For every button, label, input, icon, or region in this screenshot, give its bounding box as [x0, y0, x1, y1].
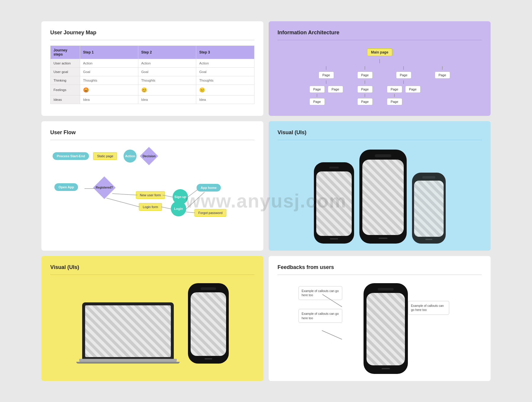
flow-legend-rect: Static page [93, 152, 117, 160]
table-row: Feelings 😡 😊 😐 [51, 85, 254, 95]
laptop-mockup [76, 302, 180, 364]
ia-node: Page [357, 86, 373, 93]
ia-node: Page [357, 72, 373, 79]
info-arch-title: Information Architecture [278, 30, 482, 36]
phone-mockup-1 [314, 162, 354, 244]
col-header-step2: Step 2 [138, 46, 196, 59]
table-row: Thinking Thoughts Thoughts Thoughts [51, 76, 254, 85]
flow-diagram: Process Start-End Static page Action Dec… [50, 145, 254, 222]
svg-line-3 [188, 190, 197, 197]
ia-node: Page [405, 86, 421, 93]
ia-node: Page [357, 98, 373, 105]
callout-3: Example of callouts can go here too [408, 301, 449, 315]
journey-map-panel: User Journey Map Journey steps Step 1 St… [41, 21, 263, 116]
col-header-journey: Journey steps [51, 46, 80, 59]
table-row: User action Action Action Action [51, 59, 254, 67]
flow-legend-oval: Process Start-End [53, 152, 89, 160]
ia-node: Page [309, 98, 325, 105]
feedbacks-panel: Feedbacks from users Example of callouts… [269, 256, 491, 381]
flow-node-new-user-form: New user form [136, 191, 165, 199]
flow-node-registered: Registered? [94, 177, 115, 198]
row-feelings: Feelings [51, 85, 80, 95]
row-thinking: Thinking [51, 76, 80, 85]
col-header-step1: Step 1 [80, 46, 138, 59]
svg-line-4 [106, 198, 140, 207]
visual-uis-yellow-panel: Visual (UIs) [41, 256, 263, 381]
col-header-step3: Step 3 [196, 46, 254, 59]
phone-mockup-feedback [364, 283, 408, 374]
flow-legend-circle: Action [124, 150, 137, 163]
flow-node-login: Login [171, 201, 186, 216]
svg-line-1 [112, 194, 137, 195]
main-grid: User Journey Map Journey steps Step 1 St… [0, 4, 532, 399]
row-ideas: Ideas [51, 95, 80, 104]
ia-node: Page [328, 86, 343, 93]
visual-uis-blue-panel: Visual (UIs) [269, 121, 491, 251]
visual-uis-yellow-title: Visual (UIs) [50, 264, 254, 270]
svg-line-9 [322, 330, 342, 339]
ia-node: Page [435, 72, 450, 79]
flow-node-open-app: Open App [54, 183, 78, 191]
ia-diagram: Main page Page Page Page [278, 46, 482, 105]
callouts-left: Example of callouts can go here too Exam… [299, 283, 364, 323]
feedbacks-title: Feedbacks from users [278, 264, 482, 270]
laptop-phone-container [50, 280, 254, 364]
row-user-goal: User goal [51, 67, 80, 76]
flow-node-login-form: Login form [139, 203, 162, 211]
phones-container [278, 145, 482, 244]
svg-line-5 [161, 207, 171, 209]
table-row: User goal Goal Goal Goal [51, 67, 254, 76]
flow-legend-diamond: Decision [141, 148, 157, 164]
callout-1: Example of callouts can go here too [299, 286, 342, 300]
table-row: Ideas Idea Idea Idea [51, 95, 254, 104]
journey-map-title: User Journey Map [50, 30, 254, 36]
ia-node: Page [387, 86, 402, 93]
feedbacks-content: Example of callouts can go here too Exam… [278, 280, 482, 374]
row-user-action: User action [51, 59, 80, 67]
ia-node: Page [319, 72, 334, 79]
callouts-right: Example of callouts can go here too [408, 283, 461, 315]
ia-node: Page [396, 72, 411, 79]
info-arch-panel: Information Architecture Main page Page … [269, 21, 491, 116]
visual-uis-blue-title: Visual (UIs) [278, 129, 482, 136]
phone-mockup-yellow [188, 283, 229, 364]
svg-line-7 [186, 212, 195, 213]
ia-main-node: Main page [367, 48, 392, 56]
flow-node-forgot-password: Forgot password [194, 209, 226, 217]
user-flow-title: User Flow [50, 129, 254, 136]
flow-node-app-home: App home [197, 184, 221, 192]
user-flow-panel: User Flow Process Start-End Static page … [41, 121, 263, 251]
ia-node: Page [387, 98, 402, 105]
ia-node: Page [309, 86, 325, 93]
svg-line-6 [186, 192, 205, 209]
phone-mockup-3 [412, 173, 446, 244]
journey-table: Journey steps Step 1 Step 2 Step 3 User … [50, 46, 254, 104]
phone-mockup-2 [359, 150, 407, 244]
callout-2: Example of callouts can go here too [299, 309, 342, 323]
